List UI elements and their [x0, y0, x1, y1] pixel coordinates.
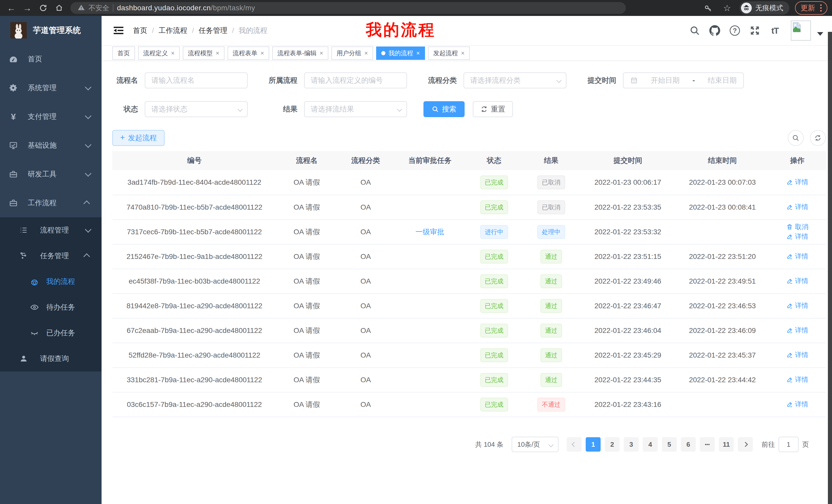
logo-image	[10, 22, 27, 38]
goto-page-input[interactable]	[779, 437, 799, 452]
action-detail[interactable]: 详情	[786, 400, 808, 409]
cell-id: 819442e8-7b9a-11ec-a290-acde48001122	[112, 302, 277, 310]
reset-button[interactable]: 重置	[473, 101, 513, 117]
create-process-button[interactable]: + 发起流程	[112, 130, 164, 146]
github-icon[interactable]	[706, 22, 723, 39]
sidebar-collapse-icon[interactable]	[111, 23, 126, 38]
tag-6[interactable]: 我的流程×	[376, 47, 425, 60]
page-button-3[interactable]: 3	[624, 437, 639, 452]
category-select[interactable]	[464, 73, 566, 88]
close-icon[interactable]: ×	[319, 50, 323, 56]
sidebar-item-label: 研发工具	[28, 169, 57, 179]
sidebar-item-7[interactable]: 任务管理	[0, 243, 102, 269]
breadcrumb-task-mgmt[interactable]: 任务管理	[199, 26, 228, 35]
date-range-picker[interactable]: 开始日期 - 结束日期	[623, 73, 744, 88]
cell-name: OA 请假	[277, 326, 337, 335]
sidebar-item-3[interactable]: 基础设施	[0, 131, 102, 160]
active-dot	[381, 51, 385, 55]
cell-id: 7317cec6-7b9b-11ec-b5b7-acde48001122	[112, 228, 277, 236]
action-detail[interactable]: 详情	[786, 276, 808, 285]
edit-icon	[786, 401, 793, 408]
close-icon[interactable]: ×	[171, 50, 175, 56]
tag-0[interactable]: 首页	[112, 47, 135, 60]
close-icon[interactable]: ×	[260, 50, 264, 56]
status-select[interactable]	[145, 101, 248, 117]
action-detail[interactable]: 详情	[786, 301, 808, 310]
help-icon[interactable]: ?	[727, 22, 743, 39]
action-detail[interactable]: 详情	[786, 351, 808, 359]
avatar-dropdown-caret[interactable]	[817, 32, 823, 36]
cell-result: 已取消	[523, 200, 580, 214]
page-size-value[interactable]	[512, 437, 558, 452]
avatar[interactable]	[791, 21, 811, 40]
action-detail[interactable]: 详情	[786, 252, 808, 261]
password-key-icon[interactable]	[701, 1, 715, 15]
more-pages-button[interactable]: •••	[700, 437, 715, 452]
page-button-11[interactable]: 11	[719, 437, 734, 452]
cell-status: 已完成	[466, 200, 523, 214]
flow-icon	[19, 251, 28, 260]
action-detail[interactable]: 详情	[786, 177, 808, 187]
sidebar-item-4[interactable]: 研发工具	[0, 160, 102, 189]
browser-menu-icon[interactable]	[820, 4, 822, 11]
bookmark-star-icon[interactable]: ☆	[721, 1, 734, 15]
prev-page-button[interactable]	[567, 437, 581, 452]
tag-1[interactable]: 流程定义×	[138, 47, 180, 60]
reload-icon[interactable]	[36, 1, 50, 15]
back-icon[interactable]: ←	[5, 1, 18, 15]
close-icon[interactable]: ×	[416, 50, 420, 56]
tag-2[interactable]: 流程模型×	[183, 47, 225, 60]
current-task-link[interactable]: 一级审批	[415, 228, 444, 236]
action-detail[interactable]: 详情	[786, 326, 808, 335]
chrome-update-button[interactable]: 更新	[795, 1, 827, 15]
page-button-5[interactable]: 5	[662, 437, 677, 452]
close-icon[interactable]: ×	[216, 50, 219, 56]
action-detail[interactable]: 详情	[786, 375, 808, 384]
action-detail[interactable]: 详情	[786, 232, 808, 241]
action-cancel[interactable]: 取消	[786, 222, 808, 231]
tag-7[interactable]: 发起流程×	[428, 47, 470, 60]
pagination: 共 104 条 123456•••11 前往 页	[112, 437, 809, 452]
toggle-search-icon[interactable]	[788, 130, 804, 146]
url-bar[interactable]: 不安全 dashboard.yudao.iocoder.cn/bpm/task/…	[71, 2, 626, 14]
search-button[interactable]: 搜索	[423, 101, 465, 117]
sidebar-item-1[interactable]: 系统管理	[0, 74, 102, 102]
close-icon[interactable]: ×	[364, 50, 368, 56]
sidebar-item-2[interactable]: ¥支付管理	[0, 102, 102, 131]
sidebar-item-11[interactable]: 请假查询	[0, 346, 102, 371]
sidebar-item-9[interactable]: 待办任务	[0, 295, 102, 320]
home-icon[interactable]	[52, 1, 66, 15]
sidebar-item-8[interactable]: 我的流程	[0, 269, 102, 295]
tag-5[interactable]: 用户分组×	[331, 47, 373, 60]
tag-4[interactable]: 流程表单-编辑×	[272, 47, 328, 60]
sidebar-item-10[interactable]: 已办任务	[0, 320, 102, 346]
fullscreen-icon[interactable]	[747, 22, 763, 39]
tag-label: 流程表单-编辑	[278, 49, 316, 57]
sidebar-item-5[interactable]: 工作流程	[0, 189, 102, 217]
browser-bar: ← → 不安全 dashboard.yudao.iocoder.cn/bpm/t…	[0, 0, 832, 16]
sidebar-item-label: 请假查询	[40, 354, 69, 363]
font-size-icon[interactable]: tT	[767, 22, 783, 39]
tag-3[interactable]: 流程表单×	[228, 47, 269, 60]
process-name-input[interactable]	[145, 73, 248, 88]
sidebar-item-6[interactable]: 流程管理	[0, 217, 102, 243]
page-button-2[interactable]: 2	[605, 437, 620, 452]
close-icon[interactable]: ×	[461, 50, 465, 56]
browser-scrollbar[interactable]	[828, 32, 832, 504]
breadcrumb-home[interactable]: 首页	[133, 26, 147, 35]
sidebar-item-0[interactable]: 首页	[0, 45, 102, 74]
process-def-input[interactable]	[304, 73, 407, 88]
breadcrumb-workflow[interactable]: 工作流程	[159, 26, 187, 35]
refresh-table-icon[interactable]	[810, 130, 826, 146]
search-icon[interactable]	[686, 22, 703, 39]
page-button-4[interactable]: 4	[643, 437, 658, 452]
action-detail[interactable]: 详情	[786, 202, 808, 212]
next-page-button[interactable]	[738, 437, 753, 452]
page-button-1[interactable]: 1	[586, 437, 601, 452]
date-separator: -	[693, 76, 695, 85]
result-select[interactable]	[304, 101, 407, 117]
logo-row[interactable]: 芋道管理系统	[0, 16, 102, 45]
forward-icon[interactable]: →	[21, 1, 34, 15]
page-size-select[interactable]	[512, 437, 558, 452]
page-button-6[interactable]: 6	[681, 437, 696, 452]
